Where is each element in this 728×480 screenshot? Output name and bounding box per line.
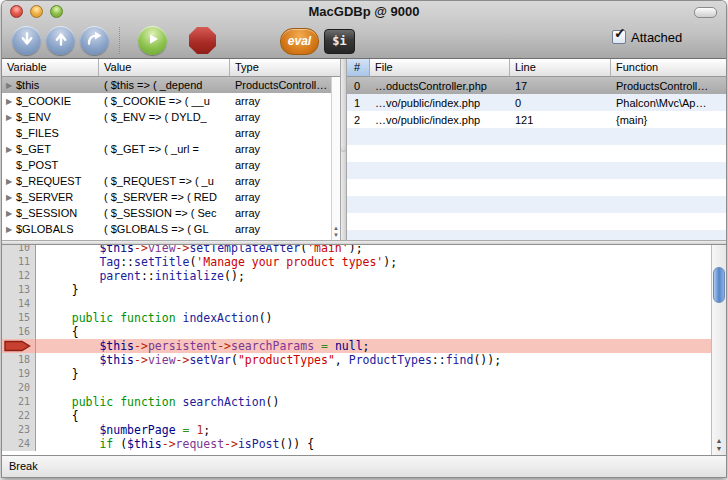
frame-line-cell: 0 [510, 97, 611, 109]
variable-row[interactable]: ▶$_REQUEST( $_REQUEST => ( _uarray [2, 173, 340, 189]
variable-row[interactable]: ▶$GLOBALS( $GLOBALS => ( GLarray [2, 221, 340, 237]
step-in-button[interactable] [12, 26, 41, 55]
run-button[interactable] [138, 26, 167, 55]
gutter-line-number[interactable]: 21 [2, 395, 36, 409]
toolbar-toggle-pill-button[interactable] [694, 7, 717, 18]
variable-row[interactable]: ▶$_SERVER( $_SERVER => ( REDarray [2, 189, 340, 205]
gutter-line-number[interactable]: 16 [2, 325, 36, 339]
variable-name-cell: ▶$_SESSION [2, 207, 99, 219]
gutter-line-number[interactable]: 15 [2, 311, 36, 325]
code-token: public function [72, 395, 183, 409]
scrollbar-thumb[interactable] [713, 267, 725, 303]
code-token: indexAction [182, 311, 258, 325]
variable-row[interactable]: ▶$_ENV( $_ENV => ( DYLD_array [2, 109, 340, 125]
title-bar[interactable]: MacGDBp @ 9000 [2, 1, 726, 23]
gutter-line-number[interactable]: 13 [2, 283, 36, 297]
gutter-line-number[interactable]: 23 [2, 423, 36, 437]
variable-row[interactable]: $_POSTarray [2, 157, 340, 173]
code-token: ); [383, 255, 397, 269]
code-token: ()); [473, 353, 501, 367]
stack-frame-row[interactable]: 2…vo/public/index.php121{main} [347, 111, 726, 128]
variable-value-cell: ( $GLOBALS => ( GL [99, 223, 230, 235]
gutter-line-number[interactable]: 19 [2, 367, 36, 381]
step-over-button[interactable] [80, 26, 109, 55]
gutter-line-number[interactable]: 14 [2, 297, 36, 311]
close-button[interactable] [10, 5, 23, 18]
code-token: $this [127, 437, 162, 451]
column-header-number[interactable]: # [347, 59, 370, 77]
code-token: ProductTypes [349, 353, 432, 367]
disclosure-triangle-icon[interactable]: ▶ [2, 97, 16, 106]
column-header-type[interactable]: Type [230, 59, 340, 77]
stack-frame-row[interactable]: 0…oductsController.php17ProductsControll… [347, 77, 726, 94]
stack-header: # File Line Function [347, 59, 726, 77]
arrow-down-icon [19, 31, 35, 51]
code-token [44, 269, 99, 283]
column-header-line[interactable]: Line [510, 59, 611, 77]
attached-control: ✓ Attached [612, 30, 682, 45]
code-token: find [446, 353, 474, 367]
attached-label: Attached [631, 30, 682, 45]
gutter-line-number[interactable]: 22 [2, 409, 36, 423]
variable-name-cell: ▶$_GET [2, 143, 99, 155]
upper-panels: Variable Value Type ▶$this( $this => ( _… [2, 59, 726, 240]
disclosure-triangle-icon[interactable]: ▶ [2, 193, 16, 202]
code-token: -> [134, 353, 148, 367]
column-header-variable[interactable]: Variable [2, 59, 99, 77]
minimize-button[interactable] [30, 5, 43, 18]
gutter-line-number[interactable]: 12 [2, 269, 36, 283]
column-header-file[interactable]: File [370, 59, 510, 77]
code-scrollbar[interactable]: ▲▼ [711, 245, 726, 455]
gutter-line-number[interactable]: 20 [2, 381, 36, 395]
variable-row[interactable]: ▶$_COOKIE( $_COOKIE => ( __uarray [2, 93, 340, 109]
variable-name: $_SERVER [16, 191, 73, 203]
code-token: persistent [148, 339, 217, 353]
code-token: request [176, 437, 224, 451]
variable-type-cell: array [230, 207, 340, 219]
code-token: "productTypes" [238, 353, 335, 367]
code-text: { [36, 409, 711, 423]
scroll-arrows-icon[interactable]: ▲▼ [712, 437, 726, 453]
variable-name-cell: ▶$GLOBALS [2, 223, 99, 235]
code-token: $this [99, 339, 134, 353]
vertical-splitter[interactable] [340, 59, 347, 240]
scroll-arrows-icon[interactable]: ▲▼ [332, 225, 340, 239]
stack-frame-row[interactable]: 1…vo/public/index.php0Phalcon\Mvc\Ap… [347, 94, 726, 111]
stop-button[interactable] [189, 27, 216, 54]
code-line: 12 parent::initialize(); [2, 269, 711, 283]
column-header-value[interactable]: Value [99, 59, 230, 77]
disclosure-triangle-icon[interactable]: ▶ [2, 209, 16, 218]
variable-value-cell: ( $_GET => ( _url = [99, 143, 230, 155]
step-out-button[interactable] [46, 26, 75, 55]
disclosure-triangle-icon[interactable]: ▶ [2, 177, 16, 186]
variable-name: $_GET [16, 143, 51, 155]
variable-row[interactable]: ▶$this( $this => ( _dependProductsContro… [2, 77, 340, 93]
disclosure-triangle-icon[interactable]: ▶ [2, 81, 16, 90]
frame-function-cell: Phalcon\Mvc\Ap… [611, 97, 726, 109]
zoom-button[interactable] [50, 5, 63, 18]
gutter-line-number[interactable]: 11 [2, 255, 36, 269]
attached-checkbox[interactable]: ✓ [612, 30, 626, 44]
variable-value-cell: ( $_REQUEST => ( _u [99, 175, 230, 187]
variable-row[interactable]: ▶$_SESSION( $_SESSION => ( Secarray [2, 205, 340, 221]
variables-scrollbar[interactable]: ▲▼ [331, 77, 340, 240]
disclosure-triangle-icon[interactable]: ▶ [2, 113, 16, 122]
column-header-function[interactable]: Function [611, 59, 726, 77]
gutter-line-number[interactable]: 10 [2, 245, 36, 255]
gutter-line-number[interactable]: 18 [2, 353, 36, 367]
inspector-button[interactable]: $i [324, 29, 355, 54]
gutter-line-number[interactable]: 24 [2, 437, 36, 451]
variables-panel: Variable Value Type ▶$this( $this => ( _… [2, 59, 340, 240]
variable-row[interactable]: ▶$_GET( $_GET => ( _url =array [2, 141, 340, 157]
code-token: -> [224, 437, 238, 451]
code-line: 16 { [2, 325, 711, 339]
code-token: { [44, 409, 79, 423]
traffic-lights [10, 5, 63, 18]
disclosure-triangle-icon[interactable]: ▶ [2, 225, 16, 234]
disclosure-triangle-icon[interactable]: ▶ [2, 145, 16, 154]
frame-function-cell: ProductsControll… [611, 80, 726, 92]
gutter-line-number[interactable] [2, 339, 36, 353]
stack-list: 0…oductsController.php17ProductsControll… [347, 77, 726, 240]
eval-button[interactable]: eval [280, 28, 319, 55]
variable-row[interactable]: $_FILESarray [2, 125, 340, 141]
